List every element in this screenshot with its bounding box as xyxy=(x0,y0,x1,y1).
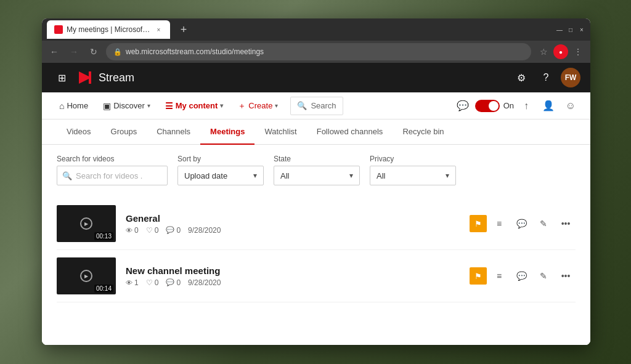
more-btn[interactable]: ••• xyxy=(556,266,576,286)
stream-header: ⊞ Stream ⚙ ? FW xyxy=(42,63,590,92)
forward-btn[interactable]: → xyxy=(67,44,81,59)
window-controls: — □ × xyxy=(556,26,585,33)
tab-channels[interactable]: Channels xyxy=(147,119,200,145)
nav-discover[interactable]: ▣ Discover ▾ xyxy=(96,92,158,119)
search-filter-label: Search for videos xyxy=(57,155,168,163)
my-content-chevron-icon: ▾ xyxy=(220,102,223,109)
minimize-btn[interactable]: — xyxy=(556,26,563,33)
profile-circle[interactable]: ● xyxy=(553,44,568,59)
play-icon: ▶ xyxy=(80,270,92,282)
person-icon[interactable]: 👤 xyxy=(539,96,558,116)
tab-title: My meetings | Microsoft Stream xyxy=(67,25,151,34)
tab-videos[interactable]: Videos xyxy=(57,119,101,145)
tab-watchlist[interactable]: Watchlist xyxy=(254,119,306,145)
video-duration: 00:13 xyxy=(94,232,113,240)
tab-close-btn[interactable]: × xyxy=(155,25,163,34)
refresh-btn[interactable]: ↻ xyxy=(86,44,101,59)
nav-right: 💬 On ↑ 👤 ☺ xyxy=(453,96,580,116)
search-label: Search xyxy=(311,101,336,110)
state-select[interactable]: All ▾ xyxy=(274,166,360,185)
video-thumbnail-general[interactable]: ▶ 00:13 xyxy=(57,205,116,242)
tab-groups[interactable]: Groups xyxy=(101,119,147,145)
video-date: 9/28/2020 xyxy=(188,278,221,287)
menu-btn[interactable]: ⋮ xyxy=(571,44,585,59)
video-info-new-channel-meeting: New channel meeting 👁 1 ♡ 0 💬 0 xyxy=(126,265,460,287)
list-item: ▶ 00:13 General 👁 0 ♡ 0 xyxy=(57,198,576,250)
nav-my-content-label: My content xyxy=(176,101,218,110)
likes-count: 0 xyxy=(155,226,159,235)
edit-btn[interactable]: ✎ xyxy=(534,214,553,233)
video-meta: 👁 1 ♡ 0 💬 0 9/28/2020 xyxy=(126,278,460,287)
video-info-general: General 👁 0 ♡ 0 💬 0 xyxy=(126,213,460,235)
maximize-btn[interactable]: □ xyxy=(567,26,574,33)
comments-meta: 💬 0 xyxy=(166,278,181,287)
likes-meta: ♡ 0 xyxy=(146,226,159,235)
user-avatar-header[interactable]: FW xyxy=(561,68,580,87)
video-search-input[interactable]: 🔍 Search for videos . xyxy=(57,166,168,185)
captions-btn[interactable]: ≡ xyxy=(489,266,509,286)
privacy-chevron-icon: ▾ xyxy=(446,171,449,180)
nav-home[interactable]: ⌂ Home xyxy=(52,92,96,119)
back-btn[interactable]: ← xyxy=(47,44,62,59)
video-search-icon: 🔍 xyxy=(62,171,72,180)
captions-btn[interactable]: ≡ xyxy=(489,214,509,233)
browser-window: My meetings | Microsoft Stream × + — □ ×… xyxy=(42,18,590,345)
views-count: 0 xyxy=(134,226,139,235)
search-icon: 🔍 xyxy=(297,101,307,110)
flag-icon: ⚑ xyxy=(474,272,482,281)
state-filter-group: State All ▾ xyxy=(274,155,360,185)
new-tab-btn[interactable]: + xyxy=(175,21,192,38)
address-actions: ☆ ● ⋮ xyxy=(536,44,585,59)
sort-select[interactable]: Upload date ▾ xyxy=(177,166,264,185)
tab-recycle-bin[interactable]: Recycle bin xyxy=(393,119,454,145)
video-actions: ⚑ ≡ 💬 ✎ ••• xyxy=(470,214,576,233)
sort-select-value: Upload date xyxy=(184,171,227,180)
upload-icon[interactable]: ↑ xyxy=(516,96,536,116)
address-bar: ← → ↻ 🔒 web.microsoftstream.com/studio/m… xyxy=(42,41,590,63)
browser-tab[interactable]: My meetings | Microsoft Stream × xyxy=(47,20,170,39)
home-icon: ⌂ xyxy=(59,101,64,111)
likes-icon: ♡ xyxy=(146,278,153,287)
stream-app-name: Stream xyxy=(99,71,134,84)
title-bar: My meetings | Microsoft Stream × + — □ × xyxy=(42,18,590,41)
search-filter-group: Search for videos 🔍 Search for videos . xyxy=(57,155,168,185)
likes-icon: ♡ xyxy=(146,226,153,235)
emoji-icon[interactable]: ☺ xyxy=(561,96,580,116)
video-thumbnail-new-channel-meeting[interactable]: ▶ 00:14 xyxy=(57,257,116,294)
video-meta: 👁 0 ♡ 0 💬 0 9/28/2020 xyxy=(126,226,460,235)
chat-icon[interactable]: 💬 xyxy=(453,96,473,116)
more-btn[interactable]: ••• xyxy=(556,214,576,233)
search-box[interactable]: 🔍 Search xyxy=(290,97,343,115)
views-count: 1 xyxy=(134,278,139,287)
video-title[interactable]: New channel meeting xyxy=(126,265,460,276)
video-list: ▶ 00:13 General 👁 0 ♡ 0 xyxy=(42,193,590,345)
edit-btn[interactable]: ✎ xyxy=(534,266,553,286)
url-bar[interactable]: 🔒 web.microsoftstream.com/studio/meeting… xyxy=(106,43,531,60)
tab-followed-channels[interactable]: Followed channels xyxy=(307,119,393,145)
help-btn[interactable]: ? xyxy=(536,68,556,87)
video-title[interactable]: General xyxy=(126,213,460,224)
nav-create[interactable]: ＋ Create ▾ xyxy=(230,92,285,119)
toggle-switch[interactable] xyxy=(475,100,500,112)
content-tabs: Videos Groups Channels Meetings Watchlis… xyxy=(42,119,590,145)
filters-row: Search for videos 🔍 Search for videos . … xyxy=(42,145,590,193)
privacy-select[interactable]: All ▾ xyxy=(370,166,456,185)
settings-btn[interactable]: ⚙ xyxy=(511,68,531,87)
nav-my-content[interactable]: ☰ My content ▾ xyxy=(158,92,231,119)
comment-btn[interactable]: 💬 xyxy=(511,266,531,286)
video-actions: ⚑ ≡ 💬 ✎ ••• xyxy=(470,266,576,286)
app-launcher-btn[interactable]: ⊞ xyxy=(52,68,71,87)
my-content-icon: ☰ xyxy=(165,101,173,111)
nav-discover-label: Discover xyxy=(113,101,145,110)
privacy-filter-label: Privacy xyxy=(370,155,456,163)
video-date: 9/28/2020 xyxy=(188,226,221,235)
flag-btn[interactable]: ⚑ xyxy=(470,267,487,285)
flag-btn[interactable]: ⚑ xyxy=(470,215,487,232)
state-select-value: All xyxy=(280,171,289,180)
bookmark-btn[interactable]: ☆ xyxy=(536,44,551,59)
flag-icon: ⚑ xyxy=(474,219,482,229)
url-text: web.microsoftstream.com/studio/meetings xyxy=(126,47,264,56)
tab-meetings[interactable]: Meetings xyxy=(200,119,254,145)
comment-btn[interactable]: 💬 xyxy=(511,214,531,233)
close-btn[interactable]: × xyxy=(578,26,585,33)
